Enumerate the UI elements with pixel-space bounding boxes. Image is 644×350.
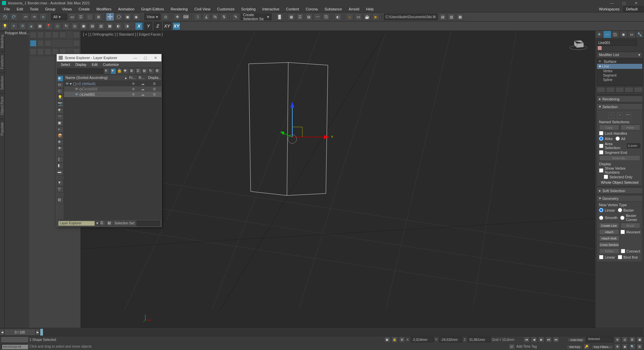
col-frozen[interactable]: Fr... [129,75,138,81]
subobj-vertex-button[interactable] [30,40,37,47]
goto-start-button[interactable]: ⏮ [524,337,530,343]
se-side-bone[interactable]: ⟡ [57,127,63,133]
axis-y-button[interactable]: Y [144,22,152,30]
menu-edit[interactable]: Edit [13,6,27,12]
render-icon[interactable]: ☁ [138,82,147,86]
menu-modifiers[interactable]: Modifiers [93,6,115,12]
mod6-icon[interactable]: ◐ [115,23,122,30]
scene-explorer-titlebar[interactable]: Scene Explorer - Layer Explorer — ▢ ✕ [57,54,161,61]
alike-radio[interactable]: Alike [599,136,613,141]
current-frame-label[interactable]: 0 / 100 [4,329,36,336]
tab-populate[interactable]: Populate [0,119,4,139]
se-side-hidden[interactable]: 👁 [57,146,63,152]
se-side-filter2[interactable]: ▽ [57,186,63,192]
menu-scripting[interactable]: Scripting [238,6,259,12]
se-layer1-button[interactable]: ≣ [130,68,135,74]
modifier-stack[interactable]: 👁Surface ▾ Line Vertex Segment Spline [597,59,643,86]
display-tab[interactable]: ▭ [628,31,636,38]
se-maximize[interactable]: ▢ [141,56,149,60]
set-key-button[interactable]: Set Key [567,345,582,349]
utilities-tab[interactable]: 🔧 [636,31,644,38]
col-display[interactable]: Displa... [147,75,161,81]
polymod-btn-cfg[interactable] [73,32,80,38]
eye-icon[interactable]: 👁 [75,87,79,91]
nav-btn1[interactable]: ⊕ [614,337,621,343]
redo-button[interactable] [10,13,17,20]
sun-icon[interactable]: ☀ [10,23,17,30]
use-center-button[interactable]: ⊙ [162,13,169,20]
se-clear-button[interactable]: ✕ [104,68,110,74]
select-move-button[interactable] [106,13,114,20]
isolate-button[interactable]: ▣ [384,337,390,343]
render-frame-button[interactable]: ▭ [355,13,362,20]
se-side-collapse[interactable]: ⊟ [57,197,63,203]
mod3-icon[interactable]: ▤ [89,23,96,30]
axis-z-button[interactable]: Z [154,22,162,30]
named-selection-dropdown[interactable]: Create Selection Se▾ [241,13,271,20]
se-add-button[interactable]: ✚ [123,68,129,74]
polymod-btn5[interactable] [59,32,66,38]
axis-x-button[interactable]: X [135,22,143,30]
area-selection-check[interactable]: Area Selection: [599,142,640,150]
nav-pan-button[interactable]: ✥ [614,344,621,350]
project-path-input[interactable] [384,13,438,20]
selection-set-box[interactable] [137,221,160,226]
bind-button[interactable]: ≋ [39,13,47,20]
se-side-group[interactable]: ▣ [57,120,63,126]
so-btn3[interactable] [45,48,51,55]
menu-tools[interactable]: Tools [27,6,42,12]
remove-mod-button[interactable] [625,87,633,92]
axis-xy2-button[interactable]: XY [172,22,181,30]
se-menu-select[interactable]: Select [58,62,73,67]
se-layer2-button[interactable]: ☰ [136,68,142,74]
menu-create[interactable]: Create [75,6,93,12]
unlink-button[interactable]: ⚮ [31,13,38,20]
frozen-icon[interactable]: ❄ [129,82,138,86]
col-render[interactable]: R... [138,75,147,81]
axis-xy-button[interactable]: XY [163,22,171,30]
subobj-border-button[interactable] [45,40,51,47]
polymod-btn1[interactable] [30,32,37,38]
soft-selection-header[interactable]: ▸Soft Selection [597,187,643,194]
next-frame-button[interactable]: ⏭ [546,337,552,343]
render-setup-button[interactable]: ☼ [346,13,353,20]
snap-toggle-button[interactable]: 3 [194,13,201,20]
edit-named-sel-button[interactable]: ✎ [232,13,239,20]
menu-file[interactable]: File [1,6,13,12]
row-default-layer[interactable]: 👁 ▾ ▢ ◇ 0 (default) ❄ ☁ ⚙ [64,81,161,86]
time-tag-button[interactable]: 🏷 [509,344,515,350]
bezier-radio[interactable]: Bezier [618,208,634,212]
polymod-btn2[interactable] [37,32,44,38]
menu-help[interactable]: Help [363,6,377,12]
grid-icon[interactable]: ▦ [36,23,44,30]
time-prev-button[interactable]: ◀ [0,329,4,336]
se-side-filter1[interactable]: ▼ [57,180,63,186]
hierarchy-tab[interactable]: ⿻ [611,31,620,38]
selection-filter-dropdown[interactable]: All▾ [51,13,67,20]
se-side-doc1[interactable]: ▯ [57,157,63,163]
rotate-icon[interactable]: ↻ [62,23,70,30]
rect-region-button[interactable]: ⬚ [86,13,93,20]
select-by-name-button[interactable]: ☰ [77,13,85,20]
path-btn3[interactable]: ▦ [456,13,464,20]
render-prod-button[interactable]: ☕ [363,13,371,20]
manipulate-button[interactable]: ✥ [174,13,181,20]
break-button[interactable]: Break [621,223,641,228]
subobj-edge-button[interactable] [37,40,44,47]
bezier-corner-radio[interactable]: Bezier Corner [620,214,640,222]
z-coord-input[interactable] [468,337,491,342]
tab-freeform[interactable]: Freeform [0,52,4,73]
col-name[interactable]: Name (Sorted Ascending) ▴ [64,75,129,81]
display-icon[interactable]: ⚙ [147,82,161,86]
se-stat-btn1[interactable]: ☰ [100,220,106,226]
copy-button[interactable]: Copy [599,125,619,130]
row-line001[interactable]: 👁 ◇ Line001 ❄☁⚙ [64,92,161,97]
tab-modeling[interactable]: Modeling [0,31,4,52]
key-filters-button[interactable]: Key Filters... [592,345,613,349]
show-vertex-numbers-check[interactable]: Show Vertex Numbers [599,166,640,174]
se-side-doc2[interactable]: ▮ [57,163,63,169]
motion-tab[interactable]: ◉ [620,31,628,38]
all-radio[interactable]: All [615,136,625,141]
curve-editor-button[interactable]: 〰 [314,13,321,20]
object-name-input[interactable] [597,40,637,46]
